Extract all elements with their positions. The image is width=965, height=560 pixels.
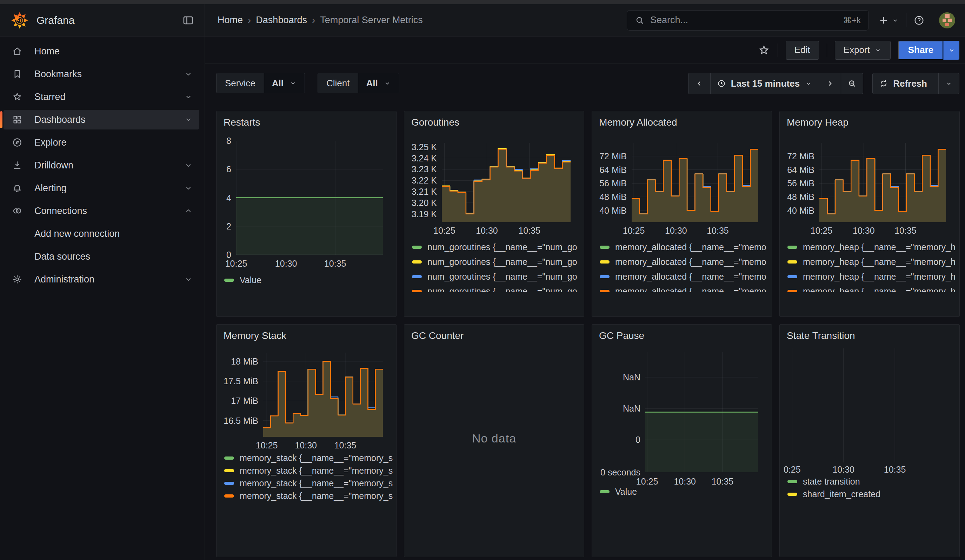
panel-title[interactable]: Memory Stack	[224, 330, 286, 341]
legend-label: num_goroutines {__name__="num_go	[427, 272, 577, 282]
legend-item[interactable]: memory_heap {__name__="memory_h	[787, 240, 956, 255]
panel-gc-counter: GC CounterNo data	[404, 324, 584, 557]
chevron-down-icon	[384, 79, 391, 87]
user-avatar[interactable]	[939, 12, 955, 28]
panel-grid: Restarts8642010:2510:3010:35ValueGorouti…	[205, 111, 965, 560]
legend-item[interactable]: shard_item_created	[787, 488, 956, 500]
sidebar-item-explore[interactable]: Explore	[3, 132, 199, 152]
breadcrumb-item-home[interactable]: Home	[218, 15, 243, 26]
panel-title[interactable]: Memory Allocated	[599, 117, 677, 128]
legend-item[interactable]: num_goroutines {__name__="num_go	[412, 269, 581, 284]
panel-title[interactable]: State Transition	[787, 330, 855, 341]
client-filter[interactable]: Client All	[317, 73, 399, 93]
chart-plot-area[interactable]	[236, 141, 383, 255]
chart-plot-area[interactable]	[819, 143, 946, 222]
service-filter-value[interactable]: All	[264, 73, 304, 93]
legend-item[interactable]: Value	[600, 485, 768, 498]
legend-item[interactable]: memory_allocated {__name__="memo	[600, 269, 768, 284]
legend-item[interactable]: state transition	[787, 475, 956, 488]
legend-item[interactable]: memory_heap {__name__="memory_h	[787, 269, 956, 284]
chart-plot-area[interactable]	[782, 348, 953, 462]
legend-item[interactable]: memory_stack {__name__="memory_s	[224, 452, 393, 464]
gear-icon	[12, 274, 23, 284]
legend-item[interactable]: memory_heap {__name__="memory_h	[787, 284, 956, 292]
y-axis-tick: 3.25 K	[404, 142, 437, 152]
legend-item[interactable]: num_goroutines {__name__="num_go	[412, 284, 581, 292]
x-axis-tick: 10:25	[256, 440, 278, 451]
service-filter[interactable]: Service All	[216, 73, 305, 93]
favorite-star-icon[interactable]	[758, 44, 770, 56]
legend-label: memory_stack {__name__="memory_s	[240, 465, 393, 476]
sidebar-item-dashboards[interactable]: Dashboards	[3, 110, 199, 129]
chart-plot-area[interactable]	[263, 353, 383, 437]
time-shift-forward-button[interactable]	[819, 73, 841, 94]
panel-title[interactable]: GC Pause	[599, 330, 644, 341]
variable-filters: Service All Client All	[216, 73, 399, 93]
export-button[interactable]: Export	[835, 41, 891, 60]
add-button[interactable]	[878, 15, 899, 26]
panel-title[interactable]: Goroutines	[411, 117, 460, 128]
legend-item[interactable]: memory_allocated {__name__="memo	[600, 240, 768, 255]
sidebar-item-bookmarks[interactable]: Bookmarks	[3, 64, 199, 84]
breadcrumb-item-dashboards[interactable]: Dashboards	[256, 15, 307, 26]
sidebar-item-connections[interactable]: Connections	[3, 201, 199, 221]
legend-item[interactable]: memory_stack {__name__="memory_s	[224, 477, 393, 490]
legend-item[interactable]: Value	[224, 273, 393, 287]
sidebar-item-data-sources[interactable]: Data sources	[3, 247, 199, 266]
star-icon	[12, 91, 23, 102]
share-button[interactable]: Share	[898, 41, 943, 60]
dashboard-controls: Service All Client All	[205, 64, 965, 111]
x-axis-tick: 10:30	[665, 225, 687, 236]
y-axis-tick: 64 MiB	[780, 165, 815, 175]
legend-label: memory_heap {__name__="memory_h	[803, 272, 955, 282]
legend-swatch	[224, 482, 234, 485]
time-shift-back-button[interactable]	[689, 73, 711, 94]
chevron-down-icon	[805, 80, 812, 87]
legend-item[interactable]: num_goroutines {__name__="num_go	[412, 255, 581, 269]
refresh-interval-button[interactable]	[939, 73, 959, 94]
client-filter-value[interactable]: All	[358, 73, 399, 93]
legend-item[interactable]: memory_stack {__name__="memory_s	[224, 490, 393, 502]
legend-item[interactable]: num_goroutines {__name__="num_go	[412, 240, 581, 255]
y-axis-tick: 3.19 K	[404, 209, 437, 219]
dock-sidebar-toggle-icon[interactable]	[182, 15, 194, 26]
time-range-group: Last 15 minutes	[688, 73, 864, 94]
chevron-down-icon	[184, 184, 193, 192]
x-axis-tick: 10:35	[518, 225, 540, 236]
legend-item[interactable]: memory_allocated {__name__="memo	[600, 284, 768, 292]
sidebar-item-alerting[interactable]: Alerting	[3, 178, 199, 198]
y-axis-tick: 17 MiB	[216, 396, 258, 406]
y-axis-tick: 4	[216, 193, 231, 203]
search-input[interactable]: Search... ⌘+k	[627, 10, 869, 31]
chevron-down-icon	[945, 80, 953, 87]
edit-button[interactable]: Edit	[786, 41, 819, 60]
share-options-button[interactable]	[943, 41, 959, 60]
grafana-logo-icon[interactable]	[10, 11, 29, 29]
help-button[interactable]	[913, 15, 925, 26]
legend-item[interactable]: memory_stack {__name__="memory_s	[224, 464, 393, 477]
sidebar-item-label: Starred	[34, 91, 65, 103]
panel-title[interactable]: GC Counter	[411, 330, 464, 341]
y-axis-tick: 40 MiB	[592, 206, 627, 216]
zoom-out-time-button[interactable]	[841, 73, 863, 94]
panel-title[interactable]: Memory Heap	[787, 117, 849, 128]
sidebar-item-add-new-connection[interactable]: Add new connection	[3, 224, 199, 243]
legend-label: num_goroutines {__name__="num_go	[427, 257, 577, 267]
time-range-picker[interactable]: Last 15 minutes	[711, 73, 819, 94]
chart-plot-area[interactable]	[631, 143, 758, 222]
panel-title[interactable]: Restarts	[224, 117, 260, 128]
sidebar-item-starred[interactable]: Starred	[3, 87, 199, 107]
legend-item[interactable]: memory_heap {__name__="memory_h	[787, 255, 956, 269]
chart-plot-area[interactable]	[442, 143, 571, 222]
chevron-down-icon	[891, 16, 899, 24]
x-axis-tick: 10:30	[833, 465, 854, 475]
refresh-button[interactable]: Refresh	[873, 73, 939, 94]
chart-plot-area[interactable]	[645, 352, 758, 472]
legend-label: memory_heap {__name__="memory_h	[803, 257, 955, 267]
search-icon	[635, 15, 644, 25]
sidebar-item-home[interactable]: Home	[3, 41, 199, 61]
sidebar-item-administration[interactable]: Administration	[3, 269, 199, 289]
legend-item[interactable]: memory_allocated {__name__="memo	[600, 255, 768, 269]
sidebar-item-drilldown[interactable]: Drilldown	[3, 155, 199, 175]
legend-swatch	[600, 275, 610, 278]
